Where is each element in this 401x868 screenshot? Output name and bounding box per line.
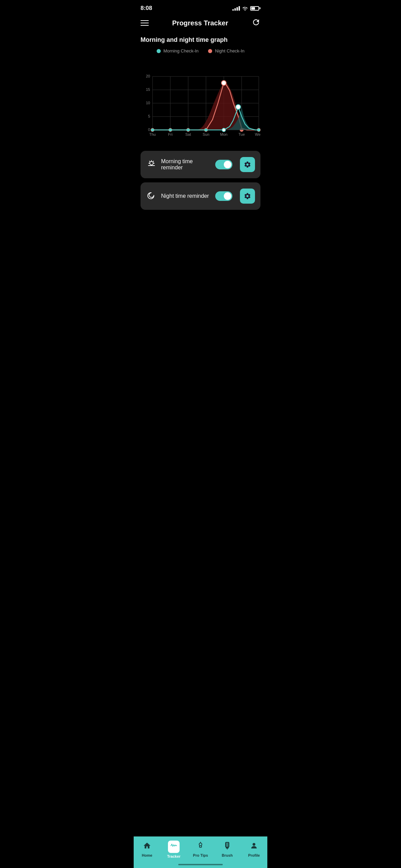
svg-point-24 (151, 129, 154, 131)
svg-text:0: 0 (148, 128, 150, 132)
morning-reminder-card: Morning time reminder (141, 151, 260, 178)
svg-point-21 (221, 81, 226, 85)
status-bar: 8:08 (134, 0, 267, 14)
svg-text:Sat: Sat (185, 132, 191, 136)
svg-point-30 (257, 129, 260, 131)
svg-text:15: 15 (146, 87, 150, 92)
night-legend-dot (208, 49, 212, 53)
morning-reminder-label: Morning time reminder (161, 158, 211, 171)
svg-line-42 (149, 161, 150, 162)
svg-text:Mon: Mon (220, 132, 227, 136)
signal-icon (232, 6, 240, 11)
night-reminder-icon (146, 190, 157, 202)
svg-line-40 (153, 161, 154, 162)
battery-icon (250, 6, 260, 11)
svg-text:Sun: Sun (203, 132, 209, 136)
night-reminder-label: Night time reminder (161, 193, 211, 199)
svg-point-28 (222, 128, 226, 132)
night-reminder-card: Night time reminder (141, 182, 260, 210)
chart-container: 0 5 10 15 20 (141, 56, 260, 145)
svg-text:10: 10 (146, 101, 150, 105)
chart-legend: Morning Check-In Night Check-In (134, 48, 267, 56)
svg-text:Tue: Tue (239, 132, 245, 136)
svg-text:Thu: Thu (149, 132, 156, 136)
morning-reminder-toggle[interactable] (215, 160, 232, 169)
status-icons (232, 6, 260, 11)
morning-reminder-settings[interactable] (240, 157, 255, 172)
night-reminder-toggle[interactable] (215, 191, 232, 201)
svg-point-38 (150, 161, 153, 165)
refresh-button[interactable] (252, 18, 260, 28)
morning-legend-label: Morning Check-In (163, 48, 199, 53)
morning-legend-dot (157, 49, 161, 53)
night-reminder-settings[interactable] (240, 189, 255, 204)
status-time: 8:08 (141, 5, 152, 12)
svg-text:20: 20 (146, 74, 150, 78)
header: Progress Tracker (134, 14, 267, 34)
svg-point-29 (236, 105, 241, 109)
night-legend: Night Check-In (208, 48, 244, 53)
reminder-section: Morning time reminder Night time reminde… (134, 145, 267, 215)
svg-point-25 (169, 129, 172, 131)
menu-button[interactable] (141, 20, 149, 26)
svg-text:Fri: Fri (168, 132, 173, 136)
svg-text:Wed: Wed (255, 132, 260, 136)
night-legend-label: Night Check-In (215, 48, 244, 53)
wifi-icon (242, 6, 248, 11)
svg-point-26 (187, 129, 190, 131)
morning-reminder-icon (146, 159, 157, 170)
page-title: Progress Tracker (172, 19, 228, 27)
section-title: Morning and night time graph (134, 34, 267, 48)
morning-legend: Morning Check-In (157, 48, 199, 53)
svg-text:5: 5 (148, 114, 150, 118)
svg-point-27 (205, 129, 207, 131)
